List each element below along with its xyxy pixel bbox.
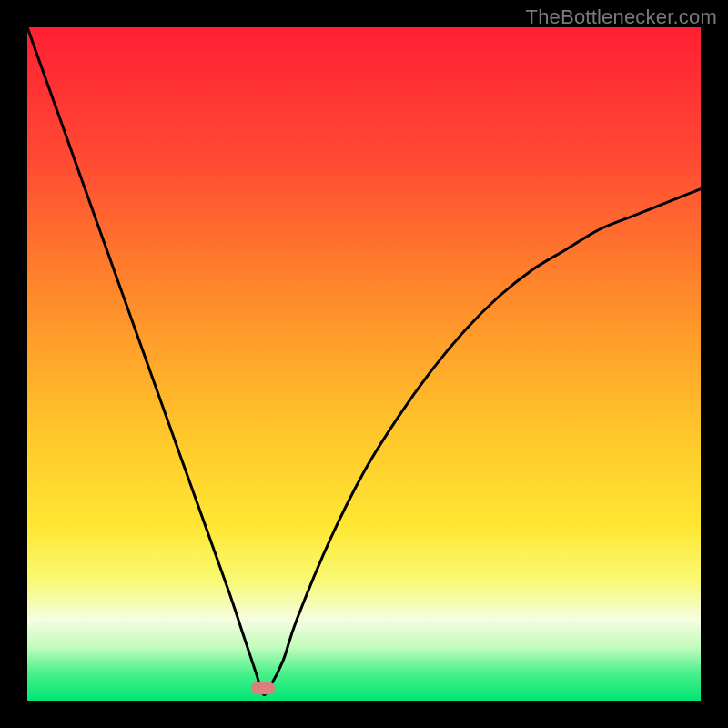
minimum-marker: [251, 682, 275, 694]
plot-area: [27, 27, 701, 701]
chart-svg: [27, 27, 701, 701]
chart-frame: TheBottlenecker.com: [0, 0, 728, 728]
gradient-background: [27, 27, 701, 701]
watermark-text: TheBottlenecker.com: [526, 5, 717, 29]
